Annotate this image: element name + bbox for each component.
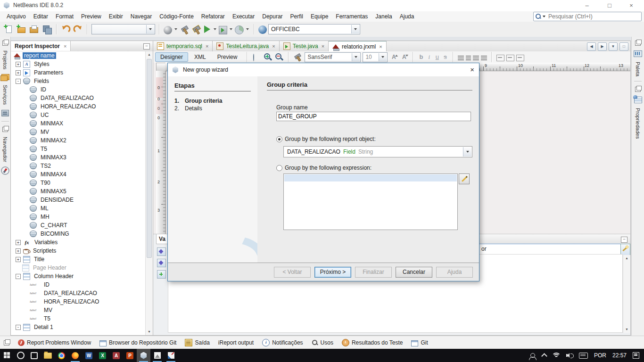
taskbar-explorer[interactable]: [41, 349, 55, 362]
tree-item-report-name[interactable]: report name: [11, 51, 146, 60]
tree-item-uc[interactable]: UC: [11, 111, 146, 119]
tree-scrollbar[interactable]: ▲ ▼: [145, 51, 153, 335]
search-input[interactable]: [547, 13, 641, 20]
report-object-combo[interactable]: DATA_REALIZACAO Field String: [283, 146, 472, 157]
menu-item-refatorar[interactable]: Refatorar: [198, 13, 229, 20]
minimize-panel-icon[interactable]: –: [621, 237, 627, 243]
scroll-down-icon[interactable]: ▼: [146, 329, 153, 335]
debug-dropdown-icon[interactable]: [230, 28, 232, 30]
combo-dropdown-icon[interactable]: [351, 25, 359, 33]
connect-icon[interactable]: [164, 26, 172, 34]
format-s-icon[interactable]: s: [442, 53, 448, 61]
tree-item-t90[interactable]: T90: [11, 179, 146, 187]
statusbar-ireport-output[interactable]: iReport output: [218, 339, 254, 346]
format-i-icon[interactable]: i: [426, 53, 432, 61]
save-all-icon[interactable]: [41, 24, 52, 35]
tree-item-detail-1[interactable]: -Detail 1: [11, 323, 146, 331]
scroll-tabs-left-icon[interactable]: ◀: [587, 42, 596, 51]
maximize-button[interactable]: □: [600, 0, 619, 11]
tree-item-mv[interactable]: MV: [11, 128, 146, 136]
action-center-icon[interactable]: [633, 352, 639, 359]
tab-close-icon[interactable]: ×: [271, 43, 275, 49]
debug-project-icon[interactable]: [219, 26, 227, 34]
group-name-input[interactable]: [276, 112, 471, 121]
tree-item-ml[interactable]: ML: [11, 204, 146, 213]
dock-tab-paleta[interactable]: Paleta: [635, 62, 641, 76]
taskbar-excel[interactable]: X: [96, 349, 109, 362]
new-file-icon[interactable]: [3, 24, 14, 35]
wizard-button-pr-ximo[interactable]: Próximo >: [314, 267, 351, 278]
clean-build-icon[interactable]: [191, 24, 202, 34]
tree-item-ts2[interactable]: TS2: [11, 162, 146, 170]
editor-tab-temporario-sql[interactable]: temporario.sql×: [153, 41, 213, 51]
tree-item-densidade[interactable]: DENSIDADE: [11, 196, 146, 204]
font-family-combo[interactable]: SansSerif: [305, 52, 361, 62]
tree-item-c-chart[interactable]: C_CHART: [11, 221, 146, 230]
wizard-step-group-criteria[interactable]: 1.Group criteria: [168, 97, 257, 105]
inspector-tab[interactable]: Report Inspector ×: [11, 41, 71, 51]
menu-item-executar[interactable]: Executar: [229, 13, 258, 20]
taskbar-powerpoint[interactable]: P: [123, 349, 137, 362]
restore-group-icon[interactable]: [2, 127, 8, 132]
align-left-icon[interactable]: [458, 56, 464, 61]
statusbar-git[interactable]: Git: [411, 339, 428, 346]
tree-item-id[interactable]: labelID: [11, 280, 146, 289]
format-u-icon[interactable]: u: [434, 53, 440, 61]
align-middle-icon[interactable]: [506, 55, 514, 61]
tree-item-id[interactable]: ID: [11, 85, 146, 94]
scroll-up-icon[interactable]: ▲: [146, 51, 153, 58]
tree-item-parameters[interactable]: +Parameters: [11, 68, 146, 77]
tree-expander-icon[interactable]: +: [16, 257, 21, 262]
maximize-editor-icon[interactable]: □: [619, 42, 628, 51]
tree-expander-icon[interactable]: -: [16, 274, 21, 279]
window-shortcut-icon[interactable]: [157, 247, 166, 256]
tree-item-mh[interactable]: MH: [11, 213, 146, 221]
menu-item-c-digo-fonte[interactable]: Código-Fonte: [156, 13, 198, 20]
profile-project-icon[interactable]: [235, 25, 244, 34]
ireport-icon[interactable]: [258, 25, 267, 34]
tree-item-minmax[interactable]: MINMAX: [11, 119, 146, 128]
combo-dropdown-icon[interactable]: [146, 25, 154, 33]
taskbar-firefox[interactable]: [68, 349, 82, 362]
menu-item-janela[interactable]: Janela: [372, 13, 396, 20]
menu-item-arquivo[interactable]: Arquivo: [3, 13, 30, 20]
tree-item-minmax5[interactable]: MINMAX5: [11, 187, 146, 196]
dock-tab-projetos[interactable]: Projetos: [2, 50, 8, 69]
report-wizard-icon[interactable]: [293, 52, 303, 62]
add-icon[interactable]: [157, 270, 166, 279]
restore-group-icon[interactable]: [2, 41, 8, 46]
memory-combo[interactable]: [91, 24, 155, 34]
tree-expander-icon[interactable]: +: [16, 248, 21, 254]
taskbar-word[interactable]: W: [82, 349, 96, 362]
dock-tab-propriedades[interactable]: Propriedades: [635, 108, 641, 139]
combo-dropdown-icon[interactable]: [352, 53, 360, 61]
statusbar-sa-da[interactable]: Saída: [185, 339, 209, 346]
menu-item-ferramentas[interactable]: Ferramentas: [332, 13, 372, 20]
taskbar-netbeans[interactable]: [137, 349, 150, 362]
tree-item-data-realizacao[interactable]: DATA_REALIZACAO: [11, 94, 146, 102]
close-button[interactable]: ×: [621, 0, 641, 11]
tree-item-t5[interactable]: T5: [11, 145, 146, 153]
bottom-panel-tab[interactable]: Va: [156, 234, 168, 244]
redo-icon[interactable]: [73, 24, 83, 34]
wizard-button-cancelar[interactable]: Cancelar: [396, 267, 432, 278]
statusbar-notifica-es[interactable]: iNotificações: [262, 339, 303, 346]
menu-item-navegar[interactable]: Navegar: [127, 13, 156, 20]
statusbar-usos[interactable]: Usos: [312, 339, 333, 346]
dock-tab-navegador[interactable]: Navegador: [2, 137, 8, 162]
restore-group-icon[interactable]: [635, 87, 641, 92]
tab-close-icon[interactable]: ×: [205, 43, 208, 49]
restore-window-icon[interactable]: [4, 340, 9, 346]
tree-expander-icon[interactable]: -: [16, 79, 21, 84]
dialog-close-icon[interactable]: ×: [470, 66, 474, 74]
tree-expander-icon[interactable]: +: [16, 240, 21, 245]
taskbar-access[interactable]: A: [109, 349, 123, 362]
tree-expander-icon[interactable]: +: [16, 62, 21, 67]
tree-item-hora-realizacao[interactable]: labelHORA_REALIZACAO: [11, 297, 146, 306]
combo-dropdown-icon[interactable]: [463, 147, 471, 156]
tree-item-minmax4[interactable]: MINMAX4: [11, 170, 146, 179]
taskbar-chrome[interactable]: [55, 349, 68, 362]
search-dropdown-icon[interactable]: [543, 16, 545, 17]
group-by-object-radio[interactable]: [276, 136, 282, 142]
restore-group-icon[interactable]: [635, 41, 641, 46]
